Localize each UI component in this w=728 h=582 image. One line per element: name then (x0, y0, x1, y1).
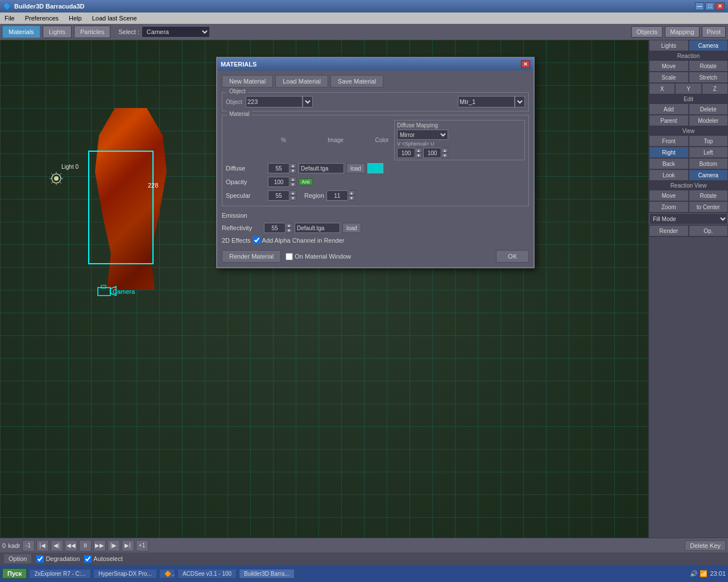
object-id-input[interactable] (246, 96, 303, 107)
diffuse-load-button[interactable]: load (346, 163, 365, 173)
diffuse-mapping-select[interactable]: Mirror Tile Clamp (397, 130, 448, 140)
on-material-window-checkbox[interactable] (286, 253, 293, 260)
reflectivity-image-input[interactable] (295, 223, 340, 233)
rp-rotate-button[interactable]: Rotate (689, 60, 729, 72)
reflectivity-load-button[interactable]: load (342, 223, 361, 233)
render-material-button[interactable]: Render Material (222, 250, 281, 263)
rp-top-button[interactable]: Top (689, 135, 729, 147)
menu-preferences[interactable]: Preferences (23, 14, 61, 23)
diffuse-pct-down[interactable]: ▼ (289, 168, 296, 173)
specular-pct-input[interactable] (268, 190, 289, 201)
transport-minus1[interactable]: -1 (22, 540, 35, 551)
rp-scale-button[interactable]: Scale (649, 72, 689, 83)
objects-button[interactable]: Objects (631, 26, 663, 38)
reflectivity-pct-down[interactable]: ▼ (286, 228, 292, 233)
tab-lights[interactable]: Lights (43, 26, 72, 38)
menu-help[interactable]: Help (67, 14, 84, 23)
new-material-button[interactable]: New Material (222, 75, 273, 88)
rp-z-button[interactable]: Z (702, 83, 728, 94)
transport-plus1[interactable]: +1 (136, 540, 148, 551)
specular-pct-up[interactable]: ▲ (289, 190, 296, 196)
rp-bottom-button[interactable]: Bottom (689, 158, 729, 169)
alpha-channel-checkbox[interactable] (253, 236, 260, 244)
diffuse-color-swatch[interactable] (367, 163, 383, 173)
rp-rv-center-button[interactable]: to Center (689, 201, 729, 213)
region-spin-down[interactable]: ▼ (348, 196, 355, 201)
rp-parent-button[interactable]: Parent (649, 115, 689, 126)
transport-end[interactable]: ▶| (122, 540, 134, 551)
object-dropdown[interactable] (303, 96, 313, 107)
v-value-input[interactable] (397, 148, 415, 158)
u-value-input[interactable] (423, 148, 441, 158)
dialog-close-button[interactable]: ✕ (521, 60, 530, 68)
menu-load-last-scene[interactable]: Load last Scene (90, 14, 139, 23)
v-spin-up[interactable]: ▲ (415, 148, 422, 153)
degradation-checkbox[interactable] (36, 555, 44, 563)
close-button[interactable]: ✕ (715, 2, 725, 10)
taskbar-explorer[interactable]: 2xExplorer R7 - C:... (29, 569, 91, 579)
tab-particles[interactable]: Particles (74, 26, 110, 38)
material-id-input[interactable] (458, 96, 515, 107)
autoselect-checkbox[interactable] (84, 555, 92, 563)
transport-pause[interactable]: ⏸ (79, 540, 92, 551)
rp-x-button[interactable]: X (649, 83, 675, 94)
material-dropdown[interactable] (515, 96, 525, 107)
diffuse-pct-up[interactable]: ▲ (289, 163, 296, 168)
rp-front-button[interactable]: Front (649, 135, 689, 147)
pivot-button[interactable]: Pivot (702, 26, 726, 38)
rp-stretch-button[interactable]: Stretch (689, 72, 729, 83)
camera-select[interactable]: Camera Object Light (142, 26, 210, 38)
rp-add-button[interactable]: Add (649, 103, 689, 115)
rp-camera-button[interactable]: Camera (689, 169, 729, 181)
v-spin-down[interactable]: ▼ (415, 153, 422, 158)
start-button[interactable]: Пуск (2, 568, 27, 579)
rp-op-button[interactable]: Op. (689, 225, 729, 236)
mapping-button[interactable]: Mapping (665, 26, 699, 38)
u-spin-up[interactable]: ▲ (441, 148, 448, 153)
transport-next-frame[interactable]: |▶ (107, 540, 120, 551)
rp-rv-rotate-button[interactable]: Rotate (689, 190, 729, 201)
rp-rv-move-button[interactable]: Move (649, 190, 689, 201)
opacity-pct-down[interactable]: ▼ (289, 182, 296, 187)
opacity-pct-input[interactable] (268, 177, 289, 187)
rp-right-button[interactable]: Right (649, 147, 689, 158)
diffuse-pct-input[interactable] (268, 163, 289, 173)
option-button[interactable]: Option (3, 554, 32, 564)
transport-prev-frame[interactable]: ◀| (51, 540, 63, 551)
taskbar-builder3d[interactable]: Builder3D Barra... (239, 569, 294, 579)
taskbar-hypersnap[interactable]: HyperSnap-DX Pro... (93, 569, 157, 579)
rp-back-button[interactable]: Back (649, 158, 689, 169)
diffuse-image-input[interactable] (299, 163, 344, 173)
save-material-button[interactable]: Save Material (330, 75, 383, 88)
transport-start[interactable]: |◀ (36, 540, 49, 551)
load-material-button[interactable]: Load Material (275, 75, 328, 88)
rp-tab-lights[interactable]: Lights (649, 40, 689, 51)
transport-rewind[interactable]: ◀◀ (65, 540, 77, 551)
menu-file[interactable]: File (2, 14, 17, 23)
rp-move-button[interactable]: Move (649, 60, 689, 72)
rp-tab-camera[interactable]: Camera (689, 40, 729, 51)
reflectivity-pct-up[interactable]: ▲ (286, 223, 292, 228)
rp-left-button[interactable]: Left (689, 147, 729, 158)
ok-button[interactable]: OK (496, 250, 529, 263)
specular-pct-down[interactable]: ▼ (289, 196, 296, 201)
opacity-pct-up[interactable]: ▲ (289, 177, 296, 182)
tab-materials[interactable]: Materials (2, 26, 40, 38)
delete-key-button[interactable]: Delete Key (685, 541, 726, 551)
u-spin-down[interactable]: ▼ (441, 153, 448, 158)
region-value-input[interactable] (326, 190, 348, 201)
fill-mode-select[interactable]: Fill Mode Wireframe Solid (649, 213, 728, 225)
taskbar-acdsee[interactable]: ACDSee v3.1 - 100 (177, 569, 237, 579)
maximize-button[interactable]: □ (705, 2, 714, 10)
minimize-button[interactable]: — (695, 2, 704, 10)
rp-modeler-button[interactable]: Modeler (689, 115, 729, 126)
rp-look-button[interactable]: Look (649, 169, 689, 181)
rp-y-button[interactable]: Y (675, 83, 701, 94)
rp-render-button[interactable]: Render (649, 225, 689, 236)
region-spin-up[interactable]: ▲ (348, 190, 355, 196)
rp-rv-zoom-button[interactable]: Zoom (649, 201, 689, 213)
taskbar-icon[interactable]: 🔶 (159, 569, 175, 579)
reflectivity-pct-input[interactable] (264, 223, 286, 233)
rp-delete-button[interactable]: Delete (689, 103, 729, 115)
transport-forward[interactable]: ▶▶ (93, 540, 106, 551)
